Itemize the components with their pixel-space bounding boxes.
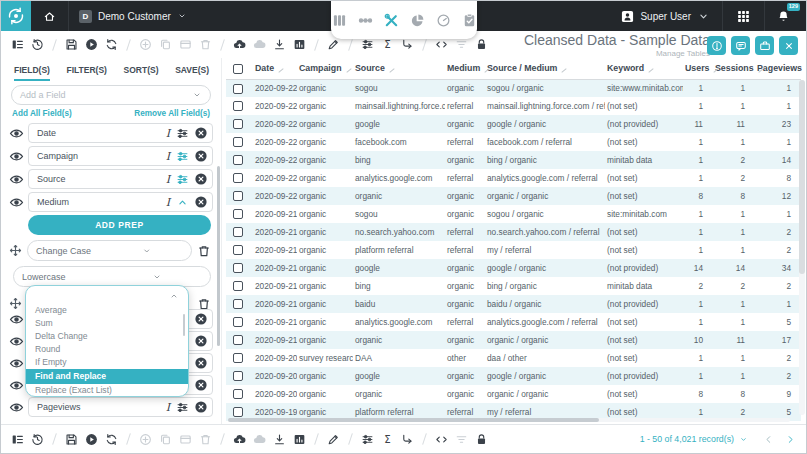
notifications-button[interactable]: 129	[765, 1, 806, 31]
sum-icon[interactable]: Σ	[381, 433, 394, 446]
prev-page-icon[interactable]	[763, 434, 774, 445]
visibility-eye-icon[interactable]	[9, 195, 24, 210]
row-checkbox[interactable]	[233, 191, 243, 201]
tab-saves[interactable]: SAVE(S)	[175, 65, 209, 81]
export-chart-icon[interactable]	[293, 433, 306, 446]
format-icon[interactable]: I	[165, 196, 171, 209]
visibility-eye-icon[interactable]	[9, 400, 24, 415]
apps-grid-button[interactable]	[723, 1, 764, 31]
sliders-icon[interactable]	[176, 401, 189, 414]
history-icon[interactable]	[31, 38, 44, 51]
refresh-icon[interactable]	[105, 433, 118, 446]
app-logo[interactable]	[1, 1, 31, 31]
history-icon[interactable]	[31, 433, 44, 446]
save-icon[interactable]	[65, 38, 78, 51]
dropdown-option[interactable]: Round	[26, 343, 188, 356]
customer-menu[interactable]: D Demo Customer	[69, 1, 197, 31]
column-header-keyword[interactable]: Keyword	[605, 58, 683, 79]
row-checkbox[interactable]	[233, 299, 243, 309]
workflow-icon[interactable]	[358, 13, 373, 28]
tab-fields[interactable]: FIELD(S)	[14, 65, 50, 81]
record-count[interactable]: 1 - 50 of 4,021 record(s)	[640, 434, 734, 444]
cloud-upload-icon[interactable]	[233, 38, 246, 51]
column-header-source-medium[interactable]: Source / Medium	[485, 58, 605, 79]
cloud-upload-icon[interactable]	[233, 433, 246, 446]
code-icon[interactable]	[435, 38, 448, 51]
format-icon[interactable]: I	[165, 127, 171, 140]
remove-field-icon[interactable]	[194, 172, 208, 186]
save-icon[interactable]	[65, 433, 78, 446]
row-checkbox[interactable]	[233, 209, 243, 219]
visibility-eye-icon[interactable]	[9, 172, 24, 187]
remove-field-icon[interactable]	[194, 356, 208, 370]
row-checkbox[interactable]	[233, 137, 243, 147]
sliders-icon[interactable]	[361, 433, 374, 446]
edit-icon[interactable]	[327, 38, 340, 51]
row-checkbox[interactable]	[233, 263, 243, 273]
table-vertical-scrollbar[interactable]	[799, 80, 805, 415]
home-icon[interactable]	[43, 10, 56, 23]
row-checkbox[interactable]	[233, 389, 243, 399]
format-icon[interactable]: I	[165, 150, 171, 163]
tools-icon[interactable]	[384, 13, 399, 28]
user-menu[interactable]: Super User	[609, 1, 722, 31]
download-icon[interactable]	[273, 38, 286, 51]
visibility-eye-icon[interactable]	[9, 149, 24, 164]
dropdown-option[interactable]: If Empty	[26, 356, 188, 369]
sidebar-scrollbar[interactable]	[217, 166, 220, 346]
dropdown-option[interactable]: Find and Replace	[26, 369, 188, 384]
chevron-up-icon[interactable]	[176, 196, 189, 209]
arrow-branch-icon[interactable]	[401, 38, 414, 51]
dropdown-collapse[interactable]	[26, 286, 188, 304]
case-option-select[interactable]: Lowercase	[13, 266, 211, 287]
column-header-medium[interactable]: Medium	[445, 58, 485, 79]
remove-field-icon[interactable]	[194, 195, 208, 209]
sliders-icon[interactable]	[361, 38, 374, 51]
visibility-eye-icon[interactable]	[9, 312, 24, 327]
remove-field-icon[interactable]	[194, 149, 208, 163]
column-header-users[interactable]: Users	[683, 58, 713, 79]
lock-icon[interactable]	[475, 38, 488, 51]
tab-filters[interactable]: FILTER(S)	[67, 65, 107, 81]
lock-icon[interactable]	[475, 433, 488, 446]
visibility-eye-icon[interactable]	[9, 356, 24, 371]
remove-field-icon[interactable]	[194, 378, 208, 392]
prep-type-select[interactable]: Change Case	[27, 240, 192, 261]
row-checkbox[interactable]	[233, 335, 243, 345]
row-checkbox[interactable]	[233, 245, 243, 255]
sliders-icon[interactable]	[176, 150, 189, 163]
row-checkbox[interactable]	[233, 371, 243, 381]
select-all-checkbox[interactable]	[233, 64, 243, 74]
remove-all-fields-link[interactable]: Remove All Field(s)	[134, 109, 210, 118]
info-button[interactable]	[707, 36, 726, 55]
drag-handle-icon[interactable]	[9, 244, 22, 257]
row-checkbox[interactable]	[233, 227, 243, 237]
code-icon[interactable]	[435, 433, 448, 446]
run-icon[interactable]	[85, 433, 98, 446]
columns-icon[interactable]	[332, 13, 347, 28]
row-checkbox[interactable]	[233, 407, 243, 417]
row-checkbox[interactable]	[233, 119, 243, 129]
trash-icon[interactable]	[197, 244, 211, 258]
format-icon[interactable]: I	[165, 173, 171, 186]
comment-button[interactable]	[731, 36, 750, 55]
refresh-icon[interactable]	[105, 38, 118, 51]
scrollbar-thumb[interactable]	[799, 80, 805, 274]
add-prep-button[interactable]: ADD PREP	[28, 215, 211, 235]
dropdown-scrollbar[interactable]	[183, 314, 185, 336]
export-chart-icon[interactable]	[293, 38, 306, 51]
row-checkbox[interactable]	[233, 173, 243, 183]
remove-field-icon[interactable]	[194, 126, 208, 140]
visibility-eye-icon[interactable]	[9, 334, 24, 349]
remove-field-icon[interactable]	[194, 312, 208, 326]
run-icon[interactable]	[85, 38, 98, 51]
sliders-icon[interactable]	[176, 173, 189, 186]
column-header-campaign[interactable]: Campaign	[297, 58, 353, 79]
sum-icon[interactable]: Σ	[381, 38, 394, 51]
row-checkbox[interactable]	[233, 317, 243, 327]
close-button[interactable]	[779, 36, 798, 55]
column-header-sessions[interactable]: Sessions	[713, 58, 755, 79]
format-icon[interactable]: I	[165, 401, 171, 414]
row-checkbox[interactable]	[233, 281, 243, 291]
table-horizontal-scrollbar[interactable]	[228, 418, 790, 422]
